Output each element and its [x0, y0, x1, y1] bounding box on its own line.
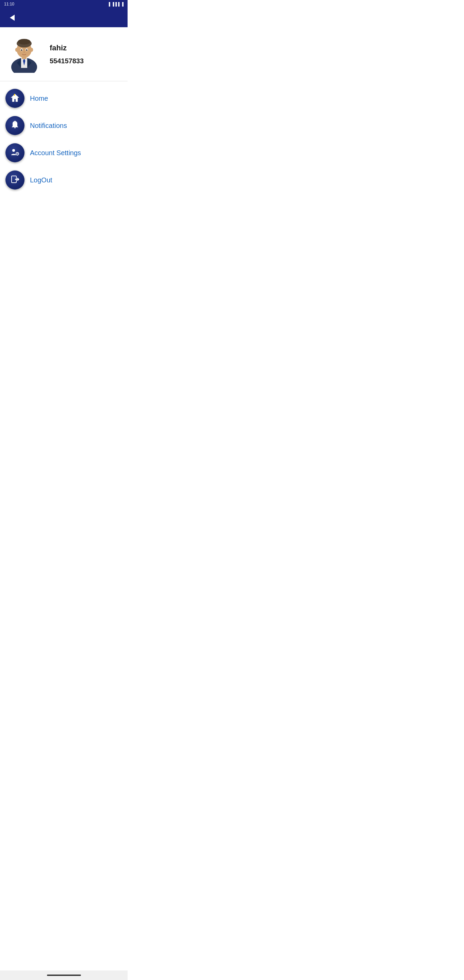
avatar-image — [5, 35, 43, 73]
menu-label-logout: LogOut — [30, 176, 52, 184]
profile-phone: 554157833 — [50, 57, 84, 65]
wifi-icon: ▐ — [108, 2, 110, 6]
svg-point-15 — [30, 48, 33, 52]
bell-icon — [10, 120, 20, 131]
menu-item-home[interactable]: Home — [0, 85, 127, 112]
status-time: 11:10 — [4, 2, 14, 6]
home-icon-wrapper — [5, 89, 24, 108]
home-icon — [10, 93, 20, 104]
svg-point-19 — [14, 121, 16, 122]
menu-label-home: Home — [30, 95, 48, 102]
settings-icon-wrapper — [5, 143, 24, 162]
settings-icon — [10, 147, 20, 158]
logout-icon — [10, 175, 20, 185]
svg-point-20 — [12, 149, 15, 152]
svg-point-12 — [26, 49, 27, 51]
status-icons: ▐ ▐▐▐ ▐ — [108, 2, 124, 6]
back-button[interactable] — [5, 11, 19, 24]
menu-label-notifications: Notifications — [30, 122, 67, 130]
bell-icon-wrapper — [5, 116, 24, 135]
signal-icon: ▐▐▐ — [111, 2, 119, 6]
profile-name: fahiz — [50, 43, 84, 52]
avatar — [5, 35, 43, 73]
svg-rect-25 — [16, 153, 16, 154]
menu-item-account-settings[interactable]: Account Settings — [0, 139, 127, 166]
back-arrow-icon — [10, 14, 14, 21]
svg-point-11 — [21, 49, 22, 51]
bottom-bar — [0, 970, 127, 980]
svg-rect-23 — [17, 152, 18, 153]
logout-icon-wrapper — [5, 170, 24, 189]
svg-rect-26 — [18, 153, 19, 154]
home-indicator — [47, 975, 81, 976]
svg-point-8 — [18, 39, 30, 45]
svg-point-22 — [17, 153, 18, 154]
battery-icon: ▐ — [121, 2, 124, 6]
profile-section: fahiz 554157833 — [0, 27, 127, 81]
menu-section: Home Notifications — [0, 81, 127, 197]
menu-item-notifications[interactable]: Notifications — [0, 112, 127, 139]
menu-label-account-settings: Account Settings — [30, 149, 81, 157]
svg-rect-17 — [14, 94, 15, 95]
menu-item-logout[interactable]: LogOut — [0, 166, 127, 194]
status-bar: 11:10 ▐ ▐▐▐ ▐ — [0, 0, 127, 8]
top-bar — [0, 8, 127, 27]
svg-rect-18 — [14, 127, 16, 128]
svg-point-13 — [23, 51, 25, 52]
svg-rect-24 — [17, 155, 18, 156]
profile-info: fahiz 554157833 — [50, 43, 84, 65]
svg-point-14 — [15, 48, 18, 52]
